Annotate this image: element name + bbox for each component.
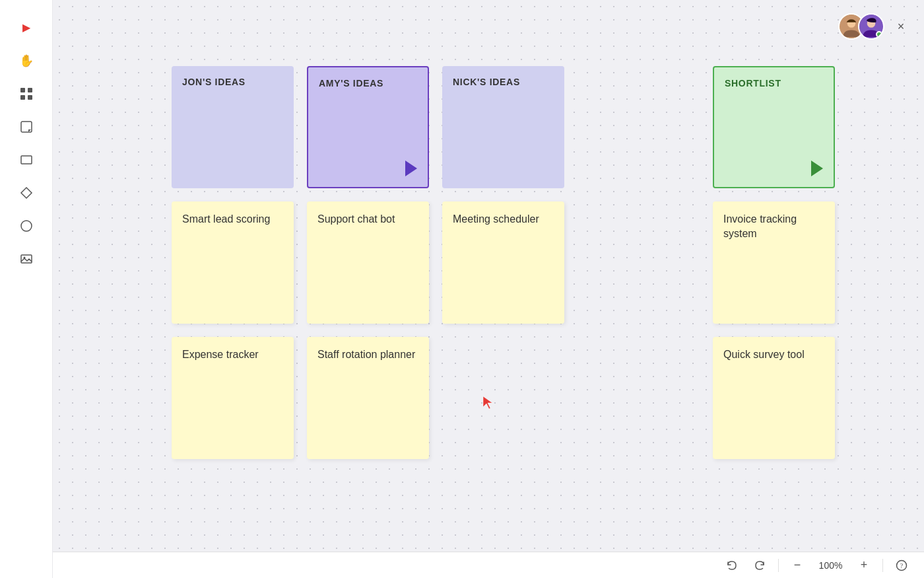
- image-icon: [20, 252, 33, 266]
- undo-icon: [726, 560, 738, 571]
- divider-1: [778, 559, 779, 572]
- column-header-shortlist[interactable]: SHORTLIST: [713, 66, 835, 188]
- bottom-bar: − 100% + ?: [53, 552, 924, 578]
- grid-tool[interactable]: [12, 79, 41, 108]
- image-tool[interactable]: [12, 244, 41, 273]
- online-indicator: [876, 31, 882, 38]
- sticky-invoice-tracking[interactable]: Invoice tracking system: [713, 201, 835, 324]
- zoom-in-icon: +: [861, 558, 868, 572]
- zoom-out-icon: −: [794, 558, 801, 572]
- sticky-smart-lead-text: Smart lead scoring: [182, 212, 270, 227]
- cursor-tool[interactable]: ▶: [12, 13, 41, 42]
- sticky-meeting-scheduler[interactable]: Meeting scheduler: [442, 201, 564, 324]
- circle-tool[interactable]: [12, 211, 41, 240]
- note-tool[interactable]: [12, 112, 41, 141]
- gap-row2-col2: [442, 337, 564, 459]
- column-title-jon: JON'S IDEAS: [182, 77, 246, 87]
- diamond-icon: [20, 186, 33, 199]
- column-title-shortlist: SHORTLIST: [725, 78, 781, 89]
- sticky-staff-rotation-text: Staff rotation planner: [317, 347, 415, 362]
- top-controls: ×: [838, 13, 911, 40]
- close-button[interactable]: ×: [891, 17, 911, 36]
- column-header-jon[interactable]: JON'S IDEAS: [172, 66, 294, 188]
- redo-icon: [754, 560, 766, 571]
- svg-rect-3: [28, 95, 32, 100]
- canvas: JON'S IDEAS AMY'S IDEAS NICK'S IDEAS SHO…: [53, 0, 924, 552]
- zoom-level: 100%: [816, 560, 845, 571]
- gap-row1-col3: [578, 201, 700, 324]
- amy-play-button[interactable]: [405, 161, 417, 176]
- circle-icon: [20, 219, 33, 233]
- svg-rect-2: [20, 95, 25, 100]
- column-title-amy: AMY'S IDEAS: [319, 78, 383, 89]
- gap-col3: [578, 66, 700, 188]
- sticky-quick-survey-text: Quick survey tool: [723, 347, 805, 362]
- sticky-support-chat[interactable]: Support chat bot: [307, 201, 429, 324]
- sticky-invoice-tracking-text: Invoice tracking system: [723, 212, 824, 242]
- rect-tool[interactable]: [12, 145, 41, 174]
- grid-icon: [20, 87, 33, 100]
- zoom-in-button[interactable]: +: [855, 556, 873, 575]
- shortlist-play-icon: [811, 161, 823, 176]
- left-toolbar: ▶ ✋: [0, 0, 53, 578]
- svg-rect-0: [20, 88, 25, 92]
- undo-button[interactable]: [723, 556, 741, 575]
- amy-play-icon: [405, 161, 417, 176]
- svg-text:?: ?: [900, 562, 904, 569]
- shortlist-play-button[interactable]: [811, 161, 823, 176]
- sticky-support-chat-text: Support chat bot: [317, 212, 395, 227]
- column-title-nick: NICK'S IDEAS: [453, 77, 520, 87]
- zoom-out-button[interactable]: −: [788, 556, 807, 575]
- cursor-red: [482, 395, 495, 412]
- rect-icon: [20, 153, 33, 166]
- gap-row2-col3: [578, 337, 700, 459]
- sticky-smart-lead[interactable]: Smart lead scoring: [172, 201, 294, 324]
- svg-rect-1: [28, 88, 32, 92]
- sticky-quick-survey[interactable]: Quick survey tool: [713, 337, 835, 459]
- avatar-nick[interactable]: [858, 13, 884, 40]
- svg-rect-7: [21, 255, 32, 263]
- redo-button[interactable]: [750, 556, 769, 575]
- help-icon: ?: [896, 560, 908, 571]
- svg-rect-4: [21, 122, 32, 132]
- sticky-staff-rotation[interactable]: Staff rotation planner: [307, 337, 429, 459]
- diamond-tool[interactable]: [12, 178, 41, 207]
- note-icon: [20, 120, 33, 133]
- avatar-group: [838, 13, 884, 40]
- sticky-meeting-scheduler-text: Meeting scheduler: [453, 212, 539, 227]
- svg-rect-5: [21, 156, 32, 164]
- help-button[interactable]: ?: [892, 556, 911, 575]
- svg-point-6: [21, 221, 32, 231]
- hand-tool[interactable]: ✋: [12, 46, 41, 75]
- column-header-amy[interactable]: AMY'S IDEAS: [307, 66, 429, 188]
- column-header-nick[interactable]: NICK'S IDEAS: [442, 66, 564, 188]
- sticky-expense-tracker-text: Expense tracker: [182, 347, 259, 362]
- divider-2: [882, 559, 883, 572]
- sticky-expense-tracker[interactable]: Expense tracker: [172, 337, 294, 459]
